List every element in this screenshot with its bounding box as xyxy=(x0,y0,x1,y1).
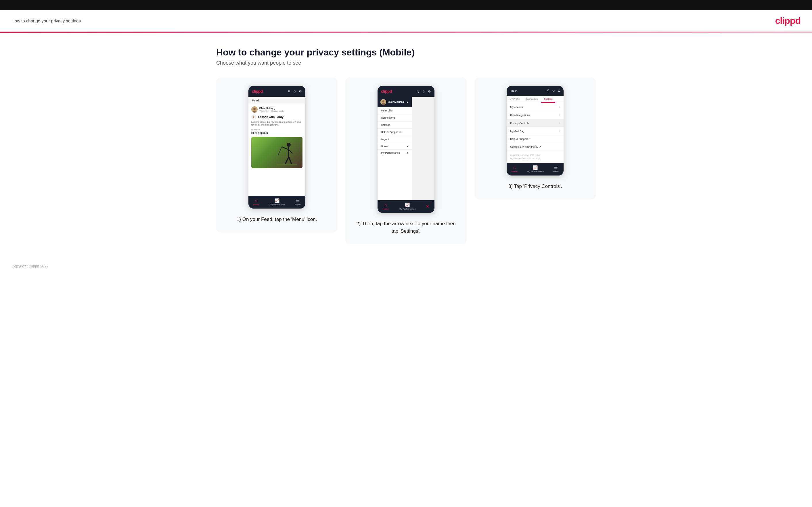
header: How to change your privacy settings clip… xyxy=(0,10,812,32)
chevron-dataintegrations-icon: › xyxy=(559,113,560,117)
menu-icon: ☰ xyxy=(296,198,300,203)
svg-line-8 xyxy=(285,157,289,164)
user-icon: ☺ xyxy=(293,89,296,93)
search-icon-2: ⚲ xyxy=(417,89,420,93)
feed-lesson-title: Lesson with Fordy xyxy=(258,115,284,119)
menu-item-helpsupport: Help & Support ↗ xyxy=(377,129,412,136)
home-icon-2: ⌂ xyxy=(385,203,387,207)
phone-1-logo: clippd xyxy=(252,89,263,94)
nav3-performance-label: My Performance xyxy=(527,170,544,173)
golfer-svg xyxy=(276,139,297,168)
menu-chevron-home: ▾ xyxy=(407,145,408,148)
menu-username: Blair McHarg xyxy=(388,101,404,103)
close-icon: ✕ xyxy=(426,204,429,209)
svg-point-1 xyxy=(253,108,256,110)
feed-user-row: Blair McHarg Yesterday · Sunningdale xyxy=(251,106,303,113)
phone-3-icons: ⚲ ☺ ⚙ xyxy=(547,89,561,93)
nav3-menu-label: Menu xyxy=(553,170,559,173)
feed-image xyxy=(251,137,303,168)
menu-item-connections: Connections xyxy=(377,114,412,121)
chevron-mygolfbag-icon: › xyxy=(559,129,560,133)
settings-list: My Account › Data Integrations › Privacy… xyxy=(507,103,564,151)
feed-date: Yesterday · Sunningdale xyxy=(259,110,284,112)
version-client: Clippd Client Version: 2022.8.3-3 xyxy=(510,154,560,157)
menu-item-logout: Logout xyxy=(377,136,412,143)
menu-avatar xyxy=(380,99,386,105)
feed-username: Blair McHarg xyxy=(259,107,284,110)
nav3-home-label: Home xyxy=(511,170,517,173)
menu-user-row: Blair McHarg ▲ xyxy=(377,97,412,107)
tab-myprofile[interactable]: My Profile xyxy=(507,96,523,103)
menu-item-settings: Settings xyxy=(377,121,412,129)
svg-line-6 xyxy=(282,147,289,150)
nav-home-label: Home xyxy=(253,204,259,206)
settings-item-myaccount[interactable]: My Account › xyxy=(507,103,564,111)
svg-point-4 xyxy=(287,143,291,147)
tab-connections[interactable]: Connections xyxy=(523,96,541,103)
page-subheading: Choose what you want people to see xyxy=(216,60,596,66)
settings-version-info: Clippd Client Version: 2022.8.3-3 GQL Se… xyxy=(507,151,564,163)
svg-point-13 xyxy=(382,101,384,103)
step-1-card: clippd ⚲ ☺ ⚙ Feed xyxy=(216,77,337,232)
settings-item-privacycontrols[interactable]: Privacy Controls › xyxy=(507,119,564,127)
settings-item-helpsupport[interactable]: Help & Support ↗ xyxy=(507,135,564,143)
nav3-performance: 📈 My Performance xyxy=(527,165,544,173)
menu-chevron-up: ▲ xyxy=(406,101,409,104)
phone-1-topbar: clippd ⚲ ☺ ⚙ xyxy=(248,86,305,97)
settings-tabs: My Profile Connections Settings xyxy=(507,96,564,103)
settings-icon: ⚙ xyxy=(299,89,302,93)
menu-icon-3: ☰ xyxy=(554,165,558,170)
svg-line-9 xyxy=(289,157,292,164)
step-3-card: ‹ Back ⚲ ☺ ⚙ My Profile Connections Sett… xyxy=(475,77,596,200)
svg-line-10 xyxy=(278,147,282,155)
nav2-home: ⌂ Home xyxy=(383,203,389,210)
back-chevron-icon: ‹ xyxy=(509,89,510,92)
nav-menu-label: Menu xyxy=(295,204,301,206)
phone-2-logo: clippd xyxy=(381,89,392,94)
menu-panel: Blair McHarg ▲ My Profile Connections Se… xyxy=(377,97,412,200)
main-content: How to change your privacy settings (Mob… xyxy=(205,33,607,256)
nav3-home: ⌂ Home xyxy=(511,165,517,173)
settings-item-mygolfbag-label: My Golf Bag xyxy=(510,130,524,133)
home-icon: ⌂ xyxy=(255,198,257,203)
phone-1-icons: ⚲ ☺ ⚙ xyxy=(288,89,302,93)
settings-item-serviceprivacy[interactable]: Service & Privacy Policy ↗ xyxy=(507,143,564,151)
steps-container: clippd ⚲ ☺ ⚙ Feed xyxy=(216,77,596,244)
feed-avatar xyxy=(251,106,258,113)
menu-chevron-performance: ▾ xyxy=(407,151,408,154)
phone-2-content: Blair McHarg ▲ My Profile Connections Se… xyxy=(377,97,435,200)
feed-lesson-row: 🏌 Lesson with Fordy xyxy=(251,114,303,119)
back-button: ‹ Back xyxy=(509,89,517,92)
version-server: GQL Server Version: 2022.7.30-1 xyxy=(510,157,560,160)
user-icon-2: ☺ xyxy=(422,89,425,93)
tab-settings[interactable]: Settings xyxy=(541,96,555,103)
logo: clippd xyxy=(775,15,801,26)
nav-performance: 📈 My Performance xyxy=(268,198,286,206)
settings-item-mygolfbag[interactable]: My Golf Bag › xyxy=(507,127,564,135)
settings-item-serviceprivacy-label: Service & Privacy Policy ↗ xyxy=(510,145,541,148)
phone-1-tab: Feed xyxy=(248,97,305,104)
performance-icon-3: 📈 xyxy=(533,165,538,170)
settings-item-dataintegrations[interactable]: Data Integrations › xyxy=(507,111,564,119)
nav2-performance-label: My Performance xyxy=(399,208,416,210)
performance-icon: 📈 xyxy=(274,198,280,203)
menu-section-home-label: Home xyxy=(381,145,388,148)
menu-section-home: Home ▾ xyxy=(377,143,412,150)
menu-section-performance: My Performance ▾ xyxy=(377,150,412,156)
phone-2-bottom-nav: ⌂ Home 📈 My Performance ✕ xyxy=(377,200,435,213)
settings-icon-3: ⚙ xyxy=(558,89,561,93)
search-icon-3: ⚲ xyxy=(547,89,550,93)
feed-duration-label: Duration xyxy=(251,128,303,131)
phone-2-topbar: clippd ⚲ ☺ ⚙ xyxy=(377,86,435,97)
feed-desc: Looking to feel like my hands are exitin… xyxy=(251,121,303,127)
feed-post: Blair McHarg Yesterday · Sunningdale 🏌 L… xyxy=(248,104,305,171)
copyright-text: Copyright Clippd 2022 xyxy=(11,264,49,268)
svg-rect-3 xyxy=(276,139,297,168)
performance-icon-2: 📈 xyxy=(405,203,410,207)
settings-item-dataintegrations-label: Data Integrations xyxy=(510,114,530,117)
nav-performance-label: My Performance xyxy=(268,204,286,206)
nav2-performance: 📈 My Performance xyxy=(399,203,416,210)
home-icon-3: ⌂ xyxy=(513,165,515,170)
step-2-phone: clippd ⚲ ☺ ⚙ xyxy=(377,86,435,213)
nav2-close: ✕ xyxy=(426,204,429,209)
